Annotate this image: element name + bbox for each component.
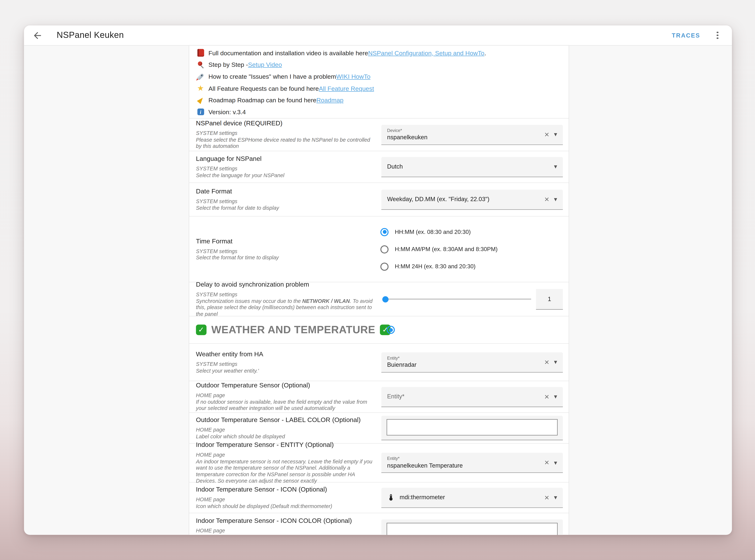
row-description: Label color which should be displayed: [196, 433, 376, 440]
party-popper-icon: [196, 97, 205, 103]
star-icon: ★: [196, 84, 205, 92]
doc-link[interactable]: NSPanel Configuration, Setup and HowTo: [368, 49, 484, 57]
chevron-down-icon[interactable]: ▼: [554, 132, 557, 137]
doc-line: Roadmap Roadmap can be found here Roadma…: [196, 94, 562, 106]
radio-option-hhmm[interactable]: HH:MM (ex. 08:30 and 20:30): [380, 228, 471, 236]
row-title: Indoor Temperature Sensor - ENTITY (Opti…: [196, 441, 376, 449]
row-group: SYSTEM settings: [196, 198, 376, 205]
chevron-down-icon[interactable]: ▼: [554, 197, 557, 202]
radio-option-ampm[interactable]: H:MM AM/PM (ex. 8:30AM and 8:30PM): [380, 245, 498, 253]
row-title: Outdoor Temperature Sensor - LABEL COLOR…: [196, 416, 376, 424]
row-description: Select the format for time to display: [196, 254, 376, 261]
row-group: HOME page: [196, 392, 376, 399]
rocket-icon: [196, 75, 205, 78]
radio-label: H:MM 24H (ex. 8:30 and 20:30): [395, 263, 475, 270]
row-outdoor-temp-sensor: Outdoor Temperature Sensor (Optional) HO…: [189, 381, 569, 412]
row-indoor-icon-color: Indoor Temperature Sensor - ICON COLOR (…: [189, 513, 569, 535]
radio-selected-icon[interactable]: [380, 228, 389, 236]
row-title: Outdoor Temperature Sensor (Optional): [196, 382, 376, 389]
doc-link[interactable]: All Feature Request: [319, 85, 374, 92]
page: NSPanel Keuken TRACES Full documentation…: [0, 0, 755, 560]
card-body: Full documentation and installation vide…: [24, 45, 732, 535]
row-title: Delay to avoid synchronization problem: [196, 281, 376, 288]
card-header: NSPanel Keuken TRACES: [24, 25, 732, 45]
indoor-icon-color-input[interactable]: [387, 523, 558, 535]
radio-icon[interactable]: [380, 262, 389, 271]
chevron-down-icon[interactable]: ▼: [554, 164, 557, 169]
indoor-icon-field[interactable]: mdi:thermometer × ▼: [381, 487, 563, 508]
row-group: SYSTEM settings: [196, 130, 376, 137]
chevron-down-icon[interactable]: ▼: [554, 360, 557, 364]
row-description: Synchronization issues may occur due to …: [196, 298, 376, 317]
kebab-menu-icon[interactable]: [713, 30, 722, 41]
field-label: Entity*: [387, 456, 544, 461]
back-button[interactable]: [32, 29, 43, 41]
field-value: nspanelkeuken Temperature: [387, 462, 544, 469]
row-group: SYSTEM settings: [196, 248, 376, 254]
row-group: HOME page: [196, 497, 376, 503]
doc-link[interactable]: Roadmap: [316, 97, 343, 104]
radio-label: H:MM AM/PM (ex. 8:30AM and 8:30PM): [395, 246, 498, 253]
doc-line: ★ All Feature Requests can be found here…: [196, 82, 562, 95]
chevron-down-icon[interactable]: ▼: [554, 495, 557, 500]
traces-button[interactable]: TRACES: [669, 30, 703, 41]
right-gutter: [569, 45, 732, 535]
weather-entity-field[interactable]: Entity* Buienradar × ▼: [381, 352, 563, 372]
row-indoor-icon: Indoor Temperature Sensor - ICON (Option…: [189, 482, 569, 513]
row-indoor-entity: Indoor Temperature Sensor - ENTITY (Opti…: [189, 443, 569, 482]
clear-icon[interactable]: ×: [544, 493, 549, 502]
field-value: nspanelkeuken: [387, 134, 544, 141]
indoor-entity-field[interactable]: Entity* nspanelkeuken Temperature × ▼: [381, 453, 563, 473]
date-format-select-field[interactable]: Weekday, DD.MM (ex. "Friday, 22.03") × ▼: [381, 189, 563, 209]
radio-label: HH:MM (ex. 08:30 and 20:30): [395, 228, 471, 235]
book-icon: [196, 49, 205, 57]
doc-link[interactable]: Setup Video: [248, 61, 282, 68]
page-title: NSPanel Keuken: [57, 30, 124, 40]
language-select-field[interactable]: Dutch ▼: [381, 157, 563, 177]
left-gutter: [24, 45, 189, 535]
row-delay: Delay to avoid synchronization problem S…: [189, 282, 569, 316]
chevron-down-icon[interactable]: ▼: [554, 394, 557, 399]
delay-slider[interactable]: [382, 295, 531, 303]
outdoor-label-color-fieldwrap: [381, 416, 563, 440]
field-value: Buienradar: [387, 362, 544, 368]
row-description: Select the language for your NSPanel: [196, 172, 376, 178]
version-text: Version: v.3.4: [208, 108, 246, 116]
chevron-down-icon[interactable]: ▼: [554, 460, 557, 465]
blueprint-config-card: NSPanel Keuken TRACES Full documentation…: [24, 25, 732, 535]
delay-value-input[interactable]: 1: [536, 289, 563, 309]
clear-icon[interactable]: ×: [544, 130, 549, 139]
section-radio-selected[interactable]: [387, 326, 395, 334]
row-group: SYSTEM settings: [196, 361, 376, 367]
clear-icon[interactable]: ×: [544, 358, 549, 366]
info-icon: i: [196, 109, 205, 116]
row-time-format: Time Format SYSTEM settings Select the f…: [189, 216, 569, 282]
device-select-field[interactable]: Device* nspanelkeuken × ▼: [381, 125, 563, 145]
row-description: Select the format for date to display: [196, 205, 376, 211]
check-icon: ✓: [196, 324, 206, 335]
doc-line-version: i Version: v.3.4: [196, 106, 562, 118]
slider-track[interactable]: [382, 299, 531, 300]
outdoor-entity-field[interactable]: Entity* × ▼: [381, 387, 563, 407]
row-description: Icon which should be displayed (Default …: [196, 503, 376, 509]
row-group: SYSTEM settings: [196, 166, 376, 172]
row-title: Time Format: [196, 237, 376, 245]
row-description: If no outdoor sensor is available, leave…: [196, 399, 376, 412]
outdoor-label-color-input[interactable]: [387, 419, 558, 435]
radio-option-24h[interactable]: H:MM 24H (ex. 8:30 and 20:30): [380, 262, 476, 271]
field-value: Dutch: [387, 163, 554, 170]
clear-icon[interactable]: ×: [544, 195, 549, 203]
field-label: Entity*: [387, 356, 544, 360]
doc-link[interactable]: WIKI HowTo: [336, 73, 371, 80]
field-placeholder: Entity*: [387, 393, 544, 400]
radio-icon[interactable]: [380, 245, 389, 253]
row-title: NSPanel device (REQUIRED): [196, 120, 376, 127]
row-section-weather: ✓ WEATHER AND TEMPERATURE ✓: [189, 316, 569, 343]
pushpin-icon: [196, 61, 205, 68]
slider-thumb[interactable]: [382, 296, 389, 302]
section-title: ✓ WEATHER AND TEMPERATURE ✓: [189, 323, 391, 336]
row-language: Language for NSPanel SYSTEM settings Sel…: [189, 151, 569, 182]
clear-icon[interactable]: ×: [544, 458, 549, 467]
field-value: mdi:thermometer: [400, 494, 544, 501]
clear-icon[interactable]: ×: [544, 393, 549, 401]
